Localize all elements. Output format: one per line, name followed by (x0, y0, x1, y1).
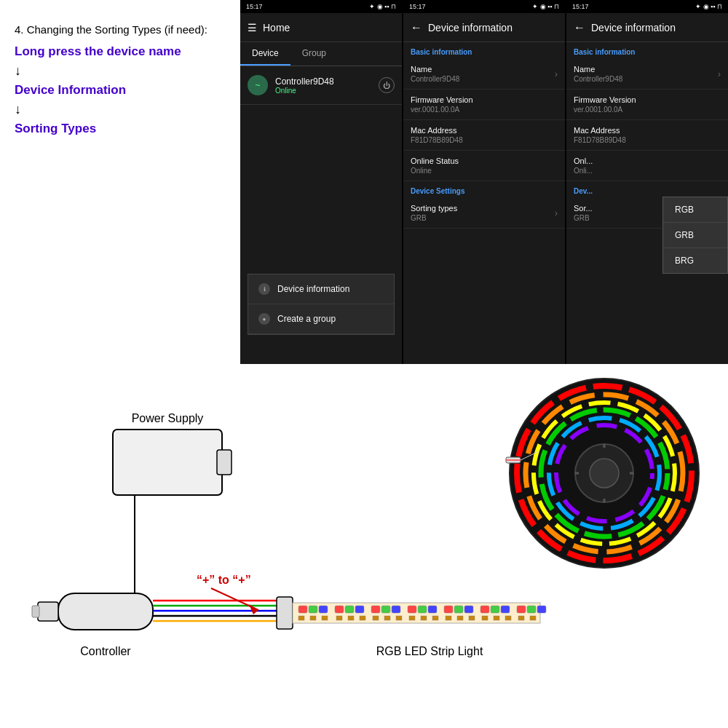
svg-rect-29 (408, 606, 416, 613)
sorting-value-2: GRB (411, 214, 457, 222)
sorting-value-3: GRB (574, 214, 593, 222)
mac-label-2: Mac Address (411, 126, 463, 135)
svg-rect-6 (58, 593, 153, 630)
svg-rect-40 (537, 606, 546, 613)
sorting-chevron-2: › (555, 208, 558, 218)
online-value-2: Online (411, 167, 459, 175)
wiring-diagram-svg: Power Supply Controller “+” to “+” (0, 364, 728, 728)
step-text: 4. Changing the Sorting Types (if need): (15, 22, 226, 39)
svg-rect-60 (530, 616, 536, 620)
context-device-info[interactable]: ℹ Device information (248, 274, 394, 304)
name-chevron-2: › (555, 69, 558, 79)
bottom-section: Power Supply Controller “+” to “+” (0, 364, 728, 728)
arrow-2: ↓ (15, 102, 226, 117)
svg-rect-23 (335, 606, 344, 613)
time-3: 15:17 (572, 3, 589, 10)
sorting-dropdown[interactable]: RGB GRB BRG (662, 197, 728, 274)
name-chevron-3: › (718, 69, 721, 79)
svg-rect-58 (505, 616, 511, 620)
long-press-instruction: Long press the device name (15, 44, 226, 59)
device-settings-label-2: Device Settings (403, 181, 565, 198)
home-tabs: Device Group (240, 42, 402, 66)
svg-rect-7 (38, 602, 58, 621)
svg-rect-21 (309, 606, 317, 613)
time-1: 15:17 (246, 3, 263, 10)
arrow-1: ↓ (15, 63, 226, 79)
svg-rect-33 (454, 606, 463, 613)
svg-rect-50 (409, 616, 415, 620)
svg-rect-37 (501, 606, 510, 613)
mac-row-3: Mac Address F81D78B89D48 (566, 120, 728, 151)
online-label-3: Onl... (574, 157, 593, 165)
group-tab[interactable]: Group (290, 42, 338, 66)
name-row-3[interactable]: Name Controller9D48 › (566, 59, 728, 90)
svg-point-70 (590, 459, 619, 488)
back-arrow-2[interactable]: ← (411, 21, 422, 34)
time-2: 15:17 (409, 3, 426, 10)
instructions-panel: 4. Changing the Sorting Types (if need):… (0, 0, 240, 364)
status-icons-2: ✦ ◉ ▪▪ ⊓ (532, 3, 559, 10)
basic-info-label-2: Basic information (403, 42, 565, 59)
svg-rect-34 (464, 606, 473, 613)
svg-rect-36 (491, 606, 499, 613)
svg-rect-2 (217, 450, 232, 475)
mac-row-2: Mac Address F81D78B89D48 (403, 120, 565, 151)
phone-header-3: ← Device information (566, 13, 728, 42)
device-info-label: Device information (277, 284, 349, 294)
device-status: Online (275, 87, 379, 95)
device-icon: ~ (248, 75, 268, 95)
sorting-row-2[interactable]: Sorting types GRB › (403, 198, 565, 229)
firmware-row-3: Firmware Version ver.0001.00.0A (566, 90, 728, 120)
create-group-label: Create a group (277, 314, 336, 324)
device-info-title-3: Device information (591, 22, 676, 33)
info-icon: ℹ (258, 283, 270, 295)
svg-rect-46 (360, 616, 365, 620)
svg-rect-45 (348, 616, 354, 620)
device-item[interactable]: ~ Controller9D48 Online ⏻ (240, 66, 402, 105)
device-tab[interactable]: Device (240, 42, 290, 66)
firmware-value-3: ver.0001.00.0A (574, 106, 636, 114)
dropdown-brg[interactable]: BRG (663, 248, 727, 273)
svg-rect-52 (432, 616, 438, 620)
svg-rect-57 (494, 616, 499, 620)
back-arrow-3[interactable]: ← (574, 21, 585, 34)
svg-rect-1 (113, 430, 222, 495)
name-label-2: Name (411, 65, 459, 74)
name-value-3: Controller9D48 (574, 75, 622, 83)
device-info-instruction: Device Information (15, 83, 226, 98)
device-info-title-2: Device information (428, 22, 513, 33)
online-row-3: Onl... Onli... (566, 151, 728, 181)
svg-rect-53 (446, 616, 451, 620)
firmware-label-2: Firmware Version (411, 95, 473, 104)
svg-rect-38 (517, 606, 526, 613)
online-value-3: Onli... (574, 167, 593, 175)
phone-screen-1: 15:17 ✦ ◉ ▪▪ ⊓ ☰ Home Device Group ~ Con… (240, 0, 402, 364)
status-bar-2: 15:17 ✦ ◉ ▪▪ ⊓ (403, 0, 565, 13)
dropdown-rgb[interactable]: RGB (663, 197, 727, 223)
firmware-value-2: ver.0001.00.0A (411, 106, 473, 114)
device-info: Controller9D48 Online (275, 76, 379, 95)
name-row-2[interactable]: Name Controller9D48 › (403, 59, 565, 90)
device-settings-label-3: Dev... (566, 181, 728, 198)
device-power-button[interactable]: ⏻ (379, 77, 395, 93)
menu-icon[interactable]: ☰ (248, 22, 257, 33)
svg-rect-39 (527, 606, 536, 613)
svg-rect-20 (298, 606, 307, 613)
svg-text:Power Supply: Power Supply (132, 412, 204, 424)
dropdown-grb[interactable]: GRB (663, 223, 727, 248)
status-bar-3: 15:17 ✦ ◉ ▪▪ ⊓ (566, 0, 728, 13)
svg-rect-18 (277, 597, 293, 629)
status-bar-1: 15:17 ✦ ◉ ▪▪ ⊓ (240, 0, 402, 13)
mac-value-3: F81D78B89D48 (574, 136, 626, 144)
group-icon: ● (258, 313, 270, 325)
svg-rect-59 (518, 616, 524, 620)
svg-text:“+” to “+”: “+” to “+” (197, 574, 251, 586)
phone-header-2: ← Device information (403, 13, 565, 42)
context-menu: ℹ Device information ● Create a group (248, 274, 395, 335)
svg-rect-47 (373, 616, 379, 620)
phone-screen-3: 15:17 ✦ ◉ ▪▪ ⊓ ← Device information Basi… (566, 0, 728, 364)
top-section: 4. Changing the Sorting Types (if need):… (0, 0, 728, 364)
svg-rect-49 (396, 616, 402, 620)
svg-rect-31 (428, 606, 437, 613)
context-create-group[interactable]: ● Create a group (248, 304, 394, 334)
